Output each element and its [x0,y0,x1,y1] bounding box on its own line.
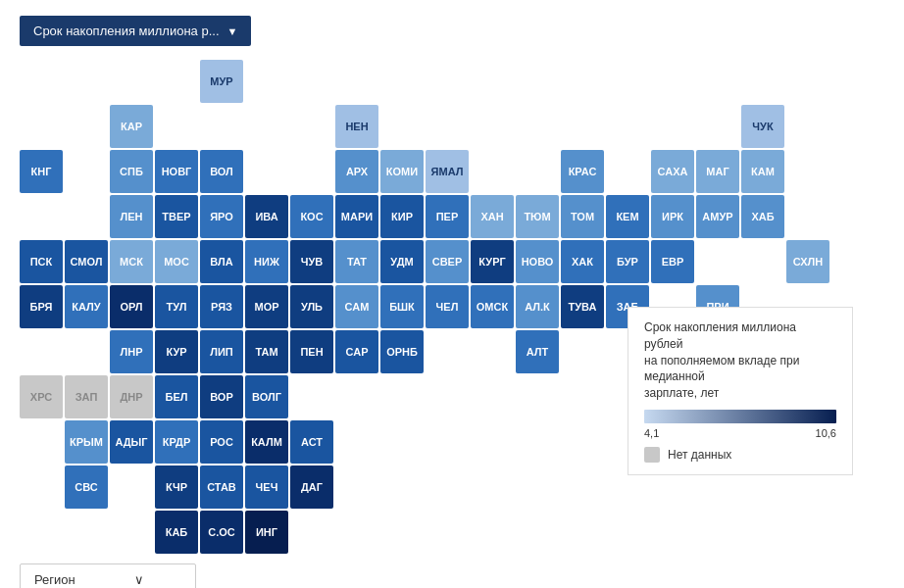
region-cell-ВОЛГ[interactable]: ВОЛГ [245,375,288,418]
region-cell-ТАТ[interactable]: ТАТ [335,240,378,283]
region-cell-СВЕР[interactable]: СВЕР [426,240,469,283]
no-data-color-box [644,447,660,463]
region-cell-МОР[interactable]: МОР [245,285,288,328]
region-cell-МСК[interactable]: МСК [110,240,153,283]
region-cell-САР[interactable]: САР [335,330,378,373]
region-cell-ЧУК[interactable]: ЧУК [741,105,784,148]
empty-cell [741,511,784,554]
region-cell-ТУВА[interactable]: ТУВА [561,285,604,328]
region-cell-МУР[interactable]: МУР [200,60,243,103]
region-cell-ВОР[interactable]: ВОР [200,375,243,418]
region-cell-ЛНР[interactable]: ЛНР [110,330,153,373]
region-cell-ХАБ[interactable]: ХАБ [741,195,784,238]
region-cell-КАБ[interactable]: КАБ [155,511,198,554]
region-cell-АДЫГ[interactable]: АДЫГ [110,420,153,464]
region-cell-ИРК[interactable]: ИРК [651,195,694,238]
region-cell-ЯРО[interactable]: ЯРО [200,195,243,238]
region-cell-НИЖ[interactable]: НИЖ [245,240,288,283]
region-cell-УЛЬ[interactable]: УЛЬ [290,285,333,328]
region-cell-ЧУВ[interactable]: ЧУВ [290,240,333,283]
region-cell-НОВО[interactable]: НОВО [516,240,559,283]
empty-cell [651,60,694,103]
region-cell-БУР[interactable]: БУР [606,240,649,283]
region-cell-КРДР[interactable]: КРДР [155,420,198,464]
region-cell-СПБ[interactable]: СПБ [110,150,153,193]
region-cell-ЯМАЛ[interactable]: ЯМАЛ [426,150,469,193]
region-cell-ЛЕН[interactable]: ЛЕН [110,195,153,238]
region-cell-ОРНБ[interactable]: ОРНБ [380,330,424,373]
region-cell-ИНГ[interactable]: ИНГ [245,511,288,554]
region-cell-ВЛА[interactable]: ВЛА [200,240,243,283]
region-cell-АРХ[interactable]: АРХ [335,150,378,193]
region-dropdown[interactable]: Регион ∨ [20,564,196,588]
region-cell-КОМИ[interactable]: КОМИ [380,150,424,193]
region-cell-КНГ[interactable]: КНГ [20,150,63,193]
empty-cell [335,375,378,418]
region-cell-КИР[interactable]: КИР [380,195,424,238]
region-cell-ХРС[interactable]: ХРС [20,375,63,418]
region-cell-САМ[interactable]: САМ [335,285,378,328]
region-cell-САХА[interactable]: САХА [651,150,694,193]
region-cell-ЗАП[interactable]: ЗАП [65,375,108,418]
region-cell-МОС[interactable]: МОС [155,240,198,283]
region-cell-АМУР[interactable]: АМУР [696,195,739,238]
region-cell-КОС[interactable]: КОС [290,195,333,238]
region-cell-ПЕН[interactable]: ПЕН [290,330,333,373]
empty-cell [65,60,108,103]
region-cell-КРАС[interactable]: КРАС [561,150,604,193]
empty-cell [65,195,108,238]
region-cell-СВС[interactable]: СВС [65,466,108,509]
region-cell-БРЯ[interactable]: БРЯ [20,285,63,328]
region-cell-С.ОС[interactable]: С.ОС [200,511,243,554]
region-cell-ДАГ[interactable]: ДАГ [290,466,333,509]
region-cell-НЕН[interactable]: НЕН [335,105,378,148]
region-cell-ПЕР[interactable]: ПЕР [426,195,469,238]
region-cell-ТВЕР[interactable]: ТВЕР [155,195,198,238]
period-dropdown[interactable]: Срок накопления миллиона р... ▼ [20,16,251,46]
region-cell-АСТ[interactable]: АСТ [290,420,333,464]
region-cell-ХАК[interactable]: ХАК [561,240,604,283]
legend-gradient [644,410,836,423]
region-cell-КАМ[interactable]: КАМ [741,150,784,193]
region-cell-ТОМ[interactable]: ТОМ [561,195,604,238]
region-cell-КАР[interactable]: КАР [110,105,153,148]
region-cell-НОВГ[interactable]: НОВГ [155,150,198,193]
region-cell-ИВА[interactable]: ИВА [245,195,288,238]
region-cell-СХЛН[interactable]: СХЛН [786,240,829,283]
empty-cell [65,150,108,193]
empty-cell [561,511,604,554]
empty-cell [696,60,739,103]
region-cell-КАЛМ[interactable]: КАЛМ [245,420,288,464]
region-cell-ТУЛ[interactable]: ТУЛ [155,285,198,328]
region-cell-УДМ[interactable]: УДМ [380,240,424,283]
region-cell-МАРИ[interactable]: МАРИ [335,195,378,238]
region-cell-КУР[interactable]: КУР [155,330,198,373]
region-cell-КАЛУ[interactable]: КАЛУ [65,285,108,328]
region-cell-ТАМ[interactable]: ТАМ [245,330,288,373]
region-cell-ПСК[interactable]: ПСК [20,240,63,283]
region-cell-КУРГ[interactable]: КУРГ [471,240,514,283]
region-cell-РОС[interactable]: РОС [200,420,243,464]
region-cell-СМОЛ[interactable]: СМОЛ [65,240,108,283]
region-cell-КЕМ[interactable]: КЕМ [606,195,649,238]
region-cell-ОМСК[interactable]: ОМСК [471,285,514,328]
empty-cell [561,375,604,418]
region-cell-ЛИП[interactable]: ЛИП [200,330,243,373]
region-cell-ЧЕЛ[interactable]: ЧЕЛ [426,285,469,328]
region-cell-СТАВ[interactable]: СТАВ [200,466,243,509]
region-cell-ОРЛ[interactable]: ОРЛ [110,285,153,328]
region-cell-ЧЕЧ[interactable]: ЧЕЧ [245,466,288,509]
region-cell-БШК[interactable]: БШК [380,285,424,328]
region-cell-КРЫМ[interactable]: КРЫМ [65,420,108,464]
region-cell-ХАН[interactable]: ХАН [471,195,514,238]
region-cell-ВОЛ[interactable]: ВОЛ [200,150,243,193]
region-cell-АЛ.К[interactable]: АЛ.К [516,285,559,328]
region-cell-РЯЗ[interactable]: РЯЗ [200,285,243,328]
region-cell-ТЮМ[interactable]: ТЮМ [516,195,559,238]
region-cell-БЕЛ[interactable]: БЕЛ [155,375,198,418]
region-cell-КЧР[interactable]: КЧР [155,466,198,509]
region-cell-ЕВР[interactable]: ЕВР [651,240,694,283]
region-cell-АЛТ[interactable]: АЛТ [516,330,559,373]
region-cell-МАГ[interactable]: МАГ [696,150,739,193]
region-cell-ДНР[interactable]: ДНР [110,375,153,418]
